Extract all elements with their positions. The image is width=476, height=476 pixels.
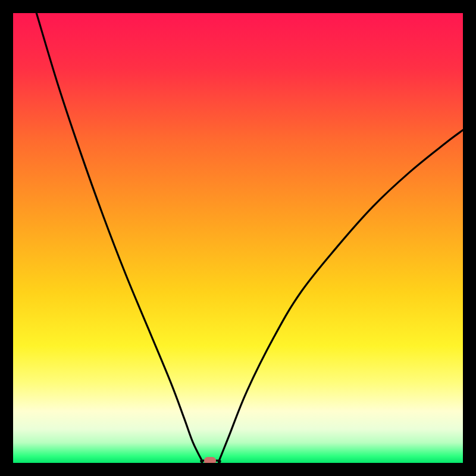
- optimal-point-marker: [204, 457, 216, 465]
- chart-frame: [0, 0, 476, 476]
- bottleneck-curve: [13, 13, 463, 463]
